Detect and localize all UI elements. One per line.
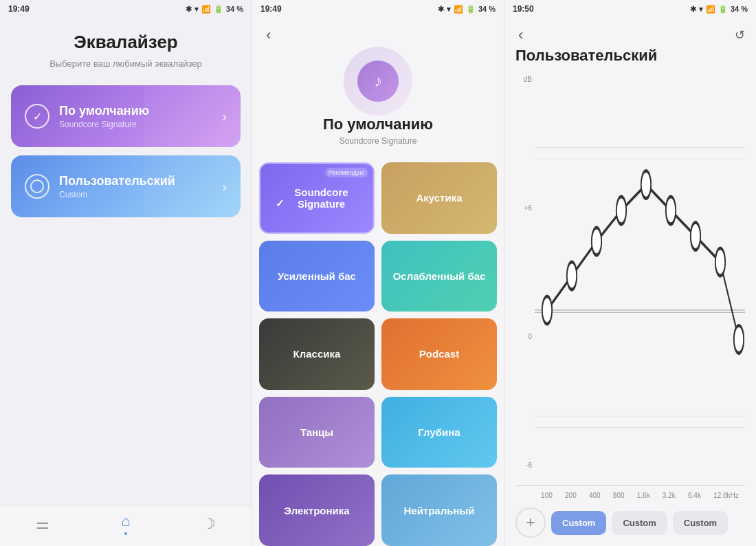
x-label-200: 200 [565,492,577,499]
panel-preset-selector: 19:49 ✱ ▾ 📶 🔋 34 % ‹ ♪ По умолчанию Soun… [252,0,504,546]
svg-point-8[interactable] [666,197,676,224]
preset-label-neutral: Нейтральный [403,505,474,516]
nav-item-equalizer[interactable]: ⚌ [36,515,49,533]
panel-custom-eq: 19:50 ✱ ▾ 📶 🔋 34 % ‹ ↺ Пользовательский … [504,0,756,546]
panel1-main-content: Эквалайзер Выберите ваш любимый эквалайз… [0,18,252,505]
hero-title: По умолчанию [323,116,433,133]
preset-card-classic[interactable]: Классика [259,318,375,390]
back-button-2[interactable]: ‹ [263,23,493,47]
eq-y-labels: dB +6 0 -6 [515,73,535,472]
preset-label-podcast: Podcast [419,348,459,360]
eq-x-labels: 100 200 400 800 1.6k 3.2k 6.4k 12.8kHz [515,489,745,502]
preset-label-reduced-bass: Ослабленный бас [393,270,486,282]
svg-point-7[interactable] [641,171,651,199]
time-1: 19:49 [8,4,30,14]
x-label-100: 100 [541,492,553,499]
panel3-header: ‹ ↺ [504,18,756,47]
y-label-db: dB [524,76,532,83]
arrow-right-icon-custom: › [222,179,227,195]
preset-label-classic: Классика [293,348,341,360]
eq-graph[interactable]: dB +6 0 -6 [515,73,745,486]
nav-item-sleep[interactable]: ☽ [202,515,216,533]
status-bar-3: 19:50 ✱ ▾ 📶 🔋 34 % [504,0,756,18]
time-3: 19:50 [513,4,534,14]
bottom-preset-chips: + Custom Custom Custom [515,502,745,546]
recommended-badge: Рекомендую [325,168,368,177]
svg-point-3[interactable] [542,296,552,324]
hero-icon: ♪ [344,47,412,116]
preset-card-signature[interactable]: ✓ Soundcore Signature Рекомендую [259,162,375,234]
panel3-main-content: Пользовательский dB +6 0 -6 [504,47,756,546]
x-label-6k4: 6.4k [688,492,701,499]
panel-equalizer-list: 19:49 ✱ ▾ 📶 🔋 34 % Эквалайзер Выберите в… [0,0,252,546]
back-button-3[interactable]: ‹ [515,23,526,47]
y-label-plus6: +6 [524,204,532,212]
preset-label-acoustic: Акустика [416,192,462,204]
checkmark-icon: ✓ [33,110,42,123]
preset-label-bass: Усиленный бас [278,270,356,282]
svg-point-6[interactable] [616,197,626,224]
preset-label-depth: Глубина [418,426,460,438]
status-icons-3: ✱ ▾ 📶 🔋 34 % [690,5,748,14]
x-label-12k8: 12.8kHz [713,492,739,499]
preset-label-dance: Танцы [300,426,333,438]
circle-icon-container [25,174,49,199]
page-subtitle-1: Выберите ваш любимый эквалайзер [49,58,202,69]
preset-card-reduced-bass[interactable]: Ослабленный бас [381,241,497,312]
status-bar-2: 19:49 ✱ ▾ 📶 🔋 34 % [252,0,504,18]
bottom-navigation: ⚌ ⌂ ☽ [0,505,252,546]
preset-chip-1[interactable]: Custom [551,511,606,535]
add-preset-button[interactable]: + [515,507,546,538]
preset-label-electronic: Электроника [284,505,349,516]
preset-label-signature: Soundcore Signature [279,186,364,210]
preset-grid: ✓ Soundcore Signature Рекомендую Акустик… [252,162,504,546]
status-icons-2: ✱ ▾ 📶 🔋 34 % [438,5,496,14]
check-icon-container: ✓ [25,104,49,129]
status-icons-1: ✱ ▾ 📶 🔋 34 % [186,5,243,14]
preset-card-dance[interactable]: Танцы [259,397,375,468]
arrow-right-icon: › [222,109,227,124]
x-label-400: 400 [589,492,601,499]
preset-card-podcast[interactable]: Podcast [381,318,497,390]
home-nav-icon: ⌂ [121,512,130,530]
reset-button[interactable]: ↺ [735,28,745,43]
eq-card-custom[interactable]: Пользовательский Custom › [11,155,241,217]
eq-curve-svg-container [535,73,745,485]
page-title-1: Эквалайзер [74,32,178,53]
hero-circle-outer [344,47,412,116]
status-bar-1: 19:49 ✱ ▾ 📶 🔋 34 % [0,0,252,18]
eq-curve-svg [535,73,745,485]
equalizer-nav-icon: ⚌ [36,515,49,533]
svg-point-5[interactable] [592,228,601,255]
y-label-minus6: -6 [526,461,532,469]
svg-point-11[interactable] [734,326,744,353]
time-2: 19:49 [260,4,282,14]
page-title-3: Пользовательский [515,47,745,65]
preset-card-electronic[interactable]: Электроника [259,474,375,546]
svg-point-4[interactable] [567,262,577,290]
preset-card-depth[interactable]: Глубина [381,397,497,468]
preset-card-acoustic[interactable]: Акустика [381,162,497,234]
x-label-3k2: 3.2k [663,492,676,499]
x-label-1k6: 1.6k [637,492,650,499]
panel2-header: ‹ [252,18,504,47]
svg-point-9[interactable] [691,223,700,250]
eq-card-default[interactable]: ✓ По умолчанию Soundcore Signature › [11,85,241,147]
preset-chip-3[interactable]: Custom [673,511,728,535]
svg-point-10[interactable] [715,248,725,276]
circle-outline-icon [30,179,44,193]
preset-card-neutral[interactable]: Нейтральный [381,474,497,546]
x-label-800: 800 [613,492,625,499]
nav-active-dot [124,532,127,535]
sleep-nav-icon: ☽ [202,515,216,533]
preset-card-bass[interactable]: Усиленный бас [259,241,375,312]
nav-item-home[interactable]: ⌂ [121,512,130,535]
preset-chip-2[interactable]: Custom [612,511,667,535]
hero-subtitle: Soundcore Signature [340,136,417,146]
y-label-0: 0 [528,333,532,340]
panel2-hero-section: ♪ По умолчанию Soundcore Signature [252,47,504,162]
